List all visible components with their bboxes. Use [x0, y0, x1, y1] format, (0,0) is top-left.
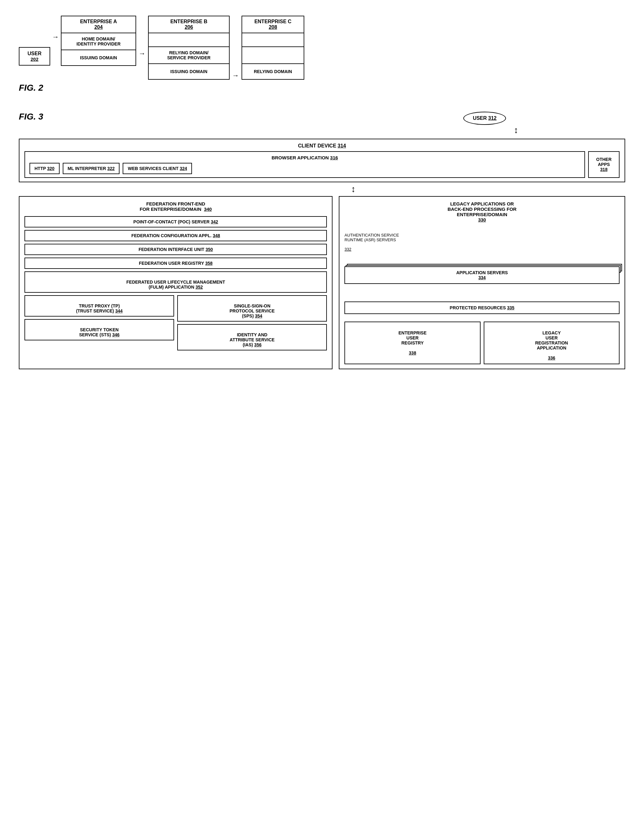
fig3-user-section: USER 312 ↕	[463, 112, 569, 136]
fed-frontend-label: FEDERATION FRONT-END FOR ENTERPRISE/DOMA…	[24, 201, 327, 212]
fig2-arrow2: →	[139, 50, 145, 58]
browser-app-box: BROWSER APPLICATION 316 HTTP 320 ML INTE…	[24, 151, 585, 178]
fig2-enterprise-a: ENTERPRISE A 204 HOME DOMAIN/ IDENTITY P…	[61, 16, 136, 66]
legacy-box: LEGACY APPLICATIONS OR BACK-END PROCESSI…	[339, 196, 625, 369]
fed-frontend-box: FEDERATION FRONT-END FOR ENTERPRISE/DOMA…	[19, 196, 332, 369]
ml-interpreter-box: ML INTERPRETER 322	[63, 163, 120, 174]
fed-bottom-row: TRUST PROXY (TP) (TRUST SERVICE) 344 SEC…	[24, 295, 327, 350]
legacy-label: LEGACY APPLICATIONS OR BACK-END PROCESSI…	[344, 201, 620, 222]
fig2-ent-a-header: ENTERPRISE A 204	[61, 16, 136, 33]
fig2-ent-c-row1	[242, 33, 304, 47]
client-device-inner: BROWSER APPLICATION 316 HTTP 320 ML INTE…	[24, 151, 620, 178]
fig2-user-label: USER 202	[19, 47, 50, 66]
client-device-label: CLIENT DEVICE 314	[24, 143, 620, 149]
http-box: HTTP 320	[29, 163, 59, 174]
fig3-title: FIG. 3	[19, 112, 43, 122]
fed-config-appl-box: FEDERATION CONFIGURATION APPL. 348	[24, 230, 327, 241]
sts-box: SECURITY TOKEN SERVICE (STS) 346	[24, 319, 174, 341]
browser-app-label: BROWSER APPLICATION 316	[29, 155, 580, 160]
fig3-header: FIG. 3 USER 312 ↕	[19, 112, 625, 136]
bottom-section: FEDERATION FRONT-END FOR ENTERPRISE/DOMA…	[19, 196, 625, 369]
fig2-ent-b-row3: ISSUING DOMAIN	[149, 64, 229, 79]
fig2-enterprise-b: ENTERPRISE B 206 RELYING DOMAIN/ SERVICE…	[148, 16, 230, 80]
legacy-user-registration-box: LEGACY USER REGISTRATION APPLICATION 336	[484, 322, 620, 364]
fig2-ent-a-row1: HOME DOMAIN/ IDENTITY PROVIDER	[61, 33, 136, 50]
fig2-ent-b-row2: RELYING DOMAIN/ SERVICE PROVIDER	[149, 47, 229, 64]
client-device-box: CLIENT DEVICE 314 BROWSER APPLICATION 31…	[19, 139, 625, 182]
fed-bottom-left: TRUST PROXY (TP) (TRUST SERVICE) 344 SEC…	[24, 295, 174, 350]
asr-servers-stacked: AUTHENTICATION SERVICE RUNTIME (ASR) SER…	[344, 228, 620, 253]
enterprise-user-registry-box: ENTERPRISE USER REGISTRY 338	[344, 322, 480, 364]
fig2-ent-b-row1	[149, 33, 229, 47]
fulm-box: FEDERATED USER LIFECYCLE MANAGEMENT (FUL…	[24, 271, 327, 293]
other-apps-box: OTHER APPS 318	[588, 151, 620, 178]
fig2-ent-a-row2: ISSUING DOMAIN	[61, 50, 136, 65]
fed-interface-unit-box: FEDERATION INTERFACE UNIT 350	[24, 244, 327, 255]
app-servers-front: APPLICATION SERVERS 334	[344, 266, 620, 284]
browser-items-row: HTTP 320 ML INTERPRETER 322 WEB SERVICES…	[29, 163, 580, 174]
trust-proxy-box: TRUST PROXY (TP) (TRUST SERVICE) 344	[24, 295, 174, 317]
double-arrow: ↕	[19, 185, 625, 194]
fig2-ent-b-header: ENTERPRISE B 206	[149, 16, 229, 33]
fig2-title: FIG. 2	[19, 83, 625, 93]
fed-user-registry-box: FEDERATION USER REGISTRY 358	[24, 258, 327, 269]
fig2-arrow1: →	[52, 33, 59, 41]
fig2-ent-c-row3: RELYING DOMAIN	[242, 64, 304, 79]
app-servers-stacked: APPLICATION SERVERS 334	[344, 266, 620, 288]
protected-resources-box: PROTECTED RESOURCES 335	[344, 301, 620, 314]
fig2-ent-c-header: ENTERPRISE C 208	[242, 16, 304, 33]
fig3-section: FIG. 3 USER 312 ↕ CLIENT DEVICE 314 BROW…	[19, 112, 625, 369]
fig2-arrow3: →	[232, 72, 239, 80]
asr-front: AUTHENTICATION SERVICE RUNTIME (ASR) SER…	[344, 228, 620, 251]
ias-box: IDENTITY AND ATTRIBUTE SERVICE (IAS) 356	[177, 324, 327, 350]
fig2-user-box: USER 202	[19, 35, 50, 66]
web-services-client-box: WEB SERVICES CLIENT 324	[123, 163, 192, 174]
legacy-bottom-row: ENTERPRISE USER REGISTRY 338 LEGACY USER…	[344, 322, 620, 364]
fig3-user-oval: USER 312	[463, 112, 506, 125]
fig2-enterprise-c: ENTERPRISE C 208 RELYING DOMAIN	[241, 16, 304, 80]
fig2-ent-c-row2	[242, 47, 304, 64]
fig2-section: USER 202 → ENTERPRISE A 204 HOME DOMAIN/…	[19, 13, 625, 93]
fed-bottom-right: SINGLE-SIGN-ON PROTOCOL SERVICE (SPS) 35…	[177, 295, 327, 350]
sps-box: SINGLE-SIGN-ON PROTOCOL SERVICE (SPS) 35…	[177, 295, 327, 322]
fig2-diagram: USER 202 → ENTERPRISE A 204 HOME DOMAIN/…	[19, 16, 625, 80]
fig3-user-arrow: ↕	[514, 125, 518, 136]
poc-server-box: POINT-OF-CONTACT (POC) SERVER 342	[24, 216, 327, 227]
